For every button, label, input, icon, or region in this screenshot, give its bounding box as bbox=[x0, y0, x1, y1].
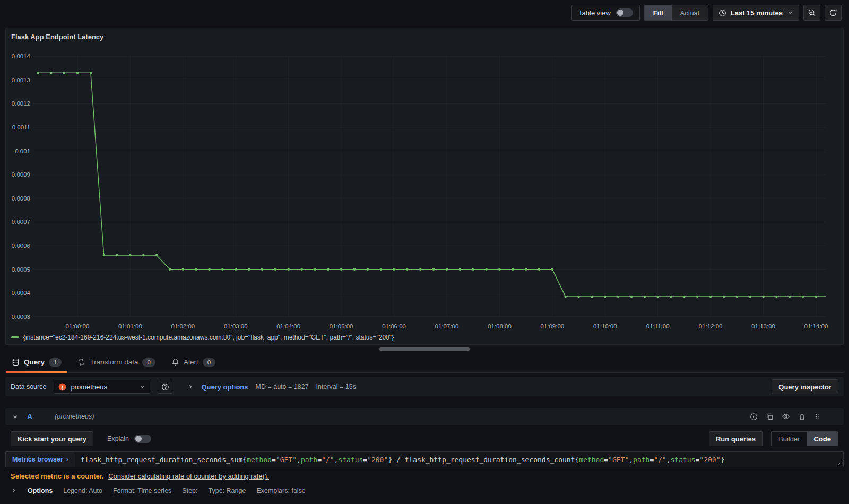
horizontal-scrollbar-thumb[interactable] bbox=[379, 347, 470, 351]
query-options-link[interactable]: Query options bbox=[201, 383, 248, 391]
legend-label: {instance="ec2-184-169-216-224.us-west-1… bbox=[23, 334, 394, 341]
svg-text:0.0006: 0.0006 bbox=[12, 242, 30, 249]
time-range-picker[interactable]: Last 15 minutes bbox=[713, 5, 799, 21]
hide-response-eye-icon[interactable] bbox=[782, 412, 790, 421]
editor-tabs: Query 1 Transform data 0 Alert 0 bbox=[5, 352, 844, 373]
time-range-label: Last 15 minutes bbox=[731, 9, 783, 17]
query-row-actions bbox=[750, 412, 821, 421]
svg-text:01:05:00: 01:05:00 bbox=[330, 323, 353, 329]
warning-text: Selected metric is a counter. bbox=[11, 472, 104, 480]
svg-text:0.0007: 0.0007 bbox=[12, 219, 30, 225]
builder-code-group: Builder Code bbox=[771, 431, 838, 446]
query-row-header[interactable]: A (prometheus) bbox=[5, 408, 844, 425]
warning-hint-link[interactable]: Consider calculating rate of counter by … bbox=[108, 472, 269, 480]
interval-text: Interval = 15s bbox=[316, 383, 356, 390]
builder-button[interactable]: Builder bbox=[772, 432, 807, 446]
metrics-browser-chevron: › bbox=[66, 456, 68, 463]
datasource-help-button[interactable] bbox=[158, 380, 172, 394]
resize-handle-icon[interactable] bbox=[837, 461, 842, 466]
svg-text:01:13:00: 01:13:00 bbox=[751, 323, 775, 329]
explain-group: Explain bbox=[107, 435, 151, 443]
explain-toggle[interactable] bbox=[134, 435, 151, 443]
svg-text:01:14:00: 01:14:00 bbox=[804, 323, 828, 329]
svg-text:01:00:00: 01:00:00 bbox=[66, 323, 90, 329]
datasource-picker[interactable]: prometheus bbox=[54, 380, 150, 394]
tab-transform-data[interactable]: Transform data 0 bbox=[71, 352, 161, 372]
svg-text:01:09:00: 01:09:00 bbox=[540, 323, 564, 329]
table-view-toggle[interactable] bbox=[616, 8, 633, 17]
tab-query-count: 1 bbox=[49, 358, 62, 367]
chevron-down-icon bbox=[787, 10, 793, 16]
dashboard-toolbar: Table view Fill Actual Last 15 minutes bbox=[0, 0, 849, 25]
kick-start-query-button[interactable]: Kick start your query bbox=[11, 431, 93, 446]
remove-query-trash-icon[interactable] bbox=[798, 413, 806, 421]
query-ref-id: A bbox=[27, 412, 32, 421]
svg-text:0.0009: 0.0009 bbox=[12, 171, 30, 178]
svg-text:0.001: 0.001 bbox=[15, 148, 30, 154]
bell-icon bbox=[171, 358, 179, 366]
code-button[interactable]: Code bbox=[807, 432, 838, 446]
info-circle-icon[interactable] bbox=[750, 413, 758, 421]
svg-text:01:07:00: 01:07:00 bbox=[435, 323, 459, 329]
tab-alert-label: Alert bbox=[184, 358, 198, 366]
zoom-out-icon bbox=[808, 8, 816, 17]
chevron-right-icon[interactable] bbox=[187, 384, 194, 390]
options-label[interactable]: Options bbox=[28, 487, 53, 494]
datasource-name: prometheus bbox=[71, 383, 135, 391]
svg-text:0.0005: 0.0005 bbox=[12, 266, 30, 273]
table-view-group: Table view bbox=[571, 5, 640, 21]
tab-transform-count: 0 bbox=[142, 358, 155, 367]
table-view-label: Table view bbox=[578, 9, 611, 17]
query-datasource-hint: (prometheus) bbox=[55, 413, 94, 420]
svg-text:01:02:00: 01:02:00 bbox=[171, 323, 195, 329]
refresh-icon bbox=[829, 8, 837, 17]
svg-text:0.0004: 0.0004 bbox=[12, 290, 31, 296]
promql-editor-row: Metrics browser › flask_http_request_dur… bbox=[5, 451, 844, 467]
actual-button[interactable]: Actual bbox=[672, 5, 708, 20]
options-type: Type: Range bbox=[209, 487, 246, 494]
svg-text:0.0012: 0.0012 bbox=[12, 100, 30, 107]
svg-text:0.0014: 0.0014 bbox=[12, 53, 31, 59]
zoom-out-button[interactable] bbox=[803, 5, 820, 21]
counter-warning: Selected metric is a counter. Consider c… bbox=[5, 472, 844, 480]
svg-text:01:01:00: 01:01:00 bbox=[118, 323, 142, 329]
tab-alert[interactable]: Alert 0 bbox=[165, 352, 222, 372]
svg-text:0.0008: 0.0008 bbox=[12, 195, 30, 202]
transform-icon bbox=[77, 358, 85, 366]
promql-code[interactable]: flask_http_request_duration_seconds_sum{… bbox=[75, 452, 843, 467]
prometheus-icon bbox=[58, 383, 66, 391]
series-legend[interactable]: {instance="ec2-184-169-216-224.us-west-1… bbox=[11, 334, 394, 341]
svg-text:01:06:00: 01:06:00 bbox=[382, 323, 406, 329]
options-format: Format: Time series bbox=[113, 487, 171, 494]
refresh-button[interactable] bbox=[825, 5, 842, 21]
tab-alert-count: 0 bbox=[203, 358, 215, 367]
query-toolbar: Kick start your query Explain Run querie… bbox=[5, 431, 844, 446]
options-step: Step: bbox=[182, 487, 197, 494]
query-options-group: Query options MD = auto = 1827 Interval … bbox=[187, 383, 356, 391]
svg-text:01:11:00: 01:11:00 bbox=[646, 323, 670, 329]
query-options-row: Options Legend: Auto Format: Time series… bbox=[5, 487, 844, 494]
question-circle-icon bbox=[161, 383, 169, 391]
datasource-bar: Data source prometheus Query options MD … bbox=[5, 377, 844, 396]
metrics-browser-button[interactable]: Metrics browser › bbox=[6, 452, 75, 467]
latency-chart[interactable]: 0.00140.00130.00120.00110.0010.00090.000… bbox=[6, 28, 843, 344]
duplicate-query-icon[interactable] bbox=[766, 413, 774, 421]
query-inspector-button[interactable]: Query inspector bbox=[772, 379, 838, 394]
drag-handle-grip-icon[interactable] bbox=[814, 413, 821, 421]
collapse-chevron-icon[interactable] bbox=[12, 413, 19, 420]
tab-query-label: Query bbox=[24, 358, 45, 366]
run-queries-button[interactable]: Run queries bbox=[709, 431, 763, 446]
options-exemplars: Exemplars: false bbox=[256, 487, 305, 494]
fill-button[interactable]: Fill bbox=[645, 5, 672, 20]
tab-transform-label: Transform data bbox=[90, 358, 138, 366]
clock-icon bbox=[718, 9, 726, 17]
datasource-label: Data source bbox=[11, 383, 46, 390]
svg-text:01:10:00: 01:10:00 bbox=[593, 323, 617, 329]
svg-text:0.0011: 0.0011 bbox=[12, 124, 30, 131]
panel-title: Flask App Endpoint Latency bbox=[11, 33, 103, 41]
options-chevron-right-icon[interactable] bbox=[11, 488, 17, 494]
latency-panel: Flask App Endpoint Latency 0.00140.00130… bbox=[5, 28, 844, 345]
fill-actual-group: Fill Actual bbox=[644, 5, 708, 21]
tab-query[interactable]: Query 1 bbox=[5, 352, 68, 372]
svg-text:0.0013: 0.0013 bbox=[12, 77, 30, 83]
